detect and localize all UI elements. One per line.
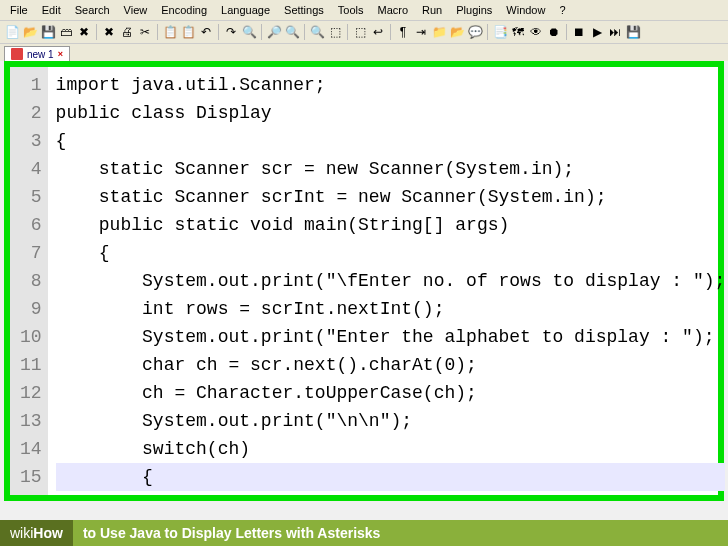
toolbar-separator	[304, 24, 305, 40]
unfold-icon[interactable]: 📂	[449, 24, 465, 40]
indent-icon[interactable]: ⇥	[413, 24, 429, 40]
menu-window[interactable]: Window	[500, 2, 551, 18]
toolbar-separator	[566, 24, 567, 40]
toolbar-separator	[96, 24, 97, 40]
menu-help[interactable]: ?	[553, 2, 571, 18]
play-macro-icon[interactable]: ▶	[589, 24, 605, 40]
code-line[interactable]: {	[56, 239, 726, 267]
menu-file[interactable]: File	[4, 2, 34, 18]
wikihow-logo: wikiHow	[0, 520, 73, 546]
copy-icon[interactable]: 📋	[162, 24, 178, 40]
line-number: 2	[20, 99, 42, 127]
menu-tools[interactable]: Tools	[332, 2, 370, 18]
tab-bar: new 1 ×	[0, 44, 728, 61]
comment-icon[interactable]: 💬	[467, 24, 483, 40]
brand-prefix: wiki	[10, 525, 33, 541]
line-number: 10	[20, 323, 42, 351]
menu-encoding[interactable]: Encoding	[155, 2, 213, 18]
save-macro-icon[interactable]: 💾	[625, 24, 641, 40]
toolbar-separator	[390, 24, 391, 40]
menu-settings[interactable]: Settings	[278, 2, 330, 18]
article-title: to Use Java to Display Letters with Aste…	[73, 525, 390, 541]
replace-icon[interactable]: 🔎	[266, 24, 282, 40]
line-number: 13	[20, 407, 42, 435]
line-number: 14	[20, 435, 42, 463]
code-line[interactable]: import java.util.Scanner;	[56, 71, 726, 99]
print-icon[interactable]: 🖨	[119, 24, 135, 40]
close-all-icon[interactable]: ✖	[101, 24, 117, 40]
menu-plugins[interactable]: Plugins	[450, 2, 498, 18]
code-line[interactable]: public static void main(String[] args)	[56, 211, 726, 239]
menu-language[interactable]: Language	[215, 2, 276, 18]
line-number: 4	[20, 155, 42, 183]
zoom-out-icon[interactable]: 🔍	[309, 24, 325, 40]
toolbar-separator	[487, 24, 488, 40]
line-number: 7	[20, 239, 42, 267]
tab-label: new 1	[27, 49, 54, 60]
all-chars-icon[interactable]: ¶	[395, 24, 411, 40]
code-line[interactable]: switch(ch)	[56, 435, 726, 463]
menu-macro[interactable]: Macro	[371, 2, 414, 18]
wrap-icon[interactable]: ↩	[370, 24, 386, 40]
line-number: 5	[20, 183, 42, 211]
redo-icon[interactable]: ↷	[223, 24, 239, 40]
code-line[interactable]: {	[56, 463, 726, 491]
line-number: 9	[20, 295, 42, 323]
toolbar-separator	[157, 24, 158, 40]
sync-v-icon[interactable]: ⬚	[327, 24, 343, 40]
fold-icon[interactable]: 📁	[431, 24, 447, 40]
stop-macro-icon[interactable]: ⏹	[571, 24, 587, 40]
code-line[interactable]: ch = Character.toUpperCase(ch);	[56, 379, 726, 407]
brand-bold: How	[33, 525, 63, 541]
show-symbol-icon[interactable]: 👁	[528, 24, 544, 40]
line-number: 15	[20, 463, 42, 491]
code-line[interactable]: static Scanner scrInt = new Scanner(Syst…	[56, 183, 726, 211]
line-number: 6	[20, 211, 42, 239]
line-number: 12	[20, 379, 42, 407]
caption-bar: wikiHow to Use Java to Display Letters w…	[0, 520, 728, 546]
close-icon[interactable]: ✖	[76, 24, 92, 40]
new-file-icon[interactable]: 📄	[4, 24, 20, 40]
code-area[interactable]: import java.util.Scanner;public class Di…	[48, 67, 728, 495]
code-line[interactable]: System.out.print("\fEnter no. of rows to…	[56, 267, 726, 295]
toolbar-separator	[347, 24, 348, 40]
cut-icon[interactable]: ✂	[137, 24, 153, 40]
toolbar-separator	[218, 24, 219, 40]
code-line[interactable]: static Scanner scr = new Scanner(System.…	[56, 155, 726, 183]
play-multi-icon[interactable]: ⏭	[607, 24, 623, 40]
menu-search[interactable]: Search	[69, 2, 116, 18]
paste-icon[interactable]: 📋	[180, 24, 196, 40]
line-number: 3	[20, 127, 42, 155]
file-icon	[11, 48, 23, 60]
code-line[interactable]: {	[56, 127, 726, 155]
code-line[interactable]: char ch = scr.next().charAt(0);	[56, 351, 726, 379]
func-list-icon[interactable]: 📑	[492, 24, 508, 40]
save-all-icon[interactable]: 🗃	[58, 24, 74, 40]
menu-run[interactable]: Run	[416, 2, 448, 18]
code-line[interactable]: System.out.print("Enter the alphabet to …	[56, 323, 726, 351]
save-icon[interactable]: 💾	[40, 24, 56, 40]
toolbar-separator	[261, 24, 262, 40]
find-icon[interactable]: 🔍	[241, 24, 257, 40]
code-editor[interactable]: 123456789101112131415 import java.util.S…	[4, 61, 724, 501]
line-number-gutter: 123456789101112131415	[10, 67, 48, 495]
record-macro-icon[interactable]: ⏺	[546, 24, 562, 40]
line-number: 8	[20, 267, 42, 295]
line-number: 11	[20, 351, 42, 379]
code-line[interactable]: System.out.print("\n\n");	[56, 407, 726, 435]
file-tab[interactable]: new 1 ×	[4, 46, 70, 61]
sync-h-icon[interactable]: ⬚	[352, 24, 368, 40]
menu-bar: File Edit Search View Encoding Language …	[0, 0, 728, 21]
toolbar: 📄📂💾🗃✖✖🖨✂📋📋↶↷🔍🔎🔍🔍⬚⬚↩¶⇥📁📂💬📑🗺👁⏺⏹▶⏭💾	[0, 21, 728, 44]
line-number: 1	[20, 71, 42, 99]
menu-edit[interactable]: Edit	[36, 2, 67, 18]
doc-map-icon[interactable]: 🗺	[510, 24, 526, 40]
undo-icon[interactable]: ↶	[198, 24, 214, 40]
zoom-in-icon[interactable]: 🔍	[284, 24, 300, 40]
open-file-icon[interactable]: 📂	[22, 24, 38, 40]
menu-view[interactable]: View	[118, 2, 154, 18]
code-line[interactable]: public class Display	[56, 99, 726, 127]
tab-close-icon[interactable]: ×	[58, 49, 63, 59]
code-line[interactable]: int rows = scrInt.nextInt();	[56, 295, 726, 323]
